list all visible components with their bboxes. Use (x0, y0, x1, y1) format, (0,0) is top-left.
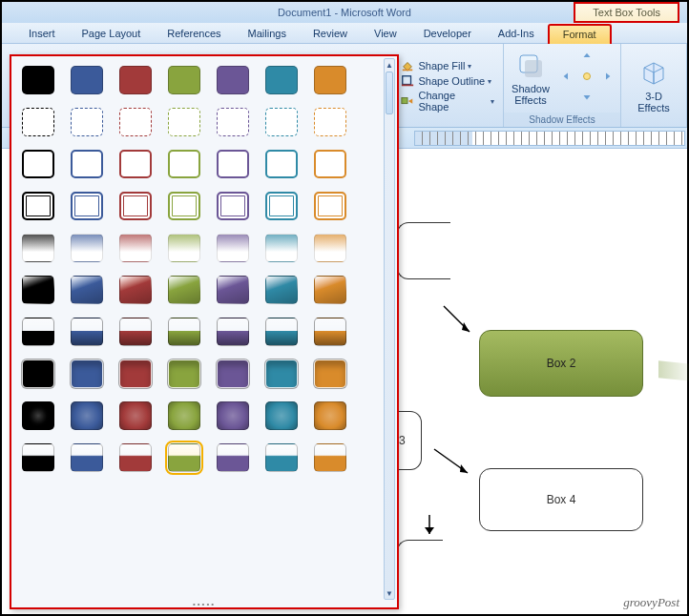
gallery-scrollbar[interactable]: ▲ ▼ (384, 58, 395, 600)
style-swatch[interactable] (71, 234, 103, 262)
style-swatch[interactable] (71, 443, 103, 472)
tab-addins[interactable]: Add-Ins (485, 25, 548, 43)
style-swatch[interactable] (168, 443, 200, 472)
style-swatch[interactable] (71, 192, 103, 220)
style-swatch[interactable] (119, 234, 152, 262)
style-swatch[interactable] (314, 359, 346, 388)
style-swatch[interactable] (265, 192, 298, 220)
style-swatch[interactable] (119, 150, 152, 178)
tab-format[interactable]: Format (548, 24, 612, 44)
style-swatch[interactable] (217, 318, 249, 346)
style-swatch[interactable] (22, 401, 54, 430)
style-swatch[interactable] (168, 234, 200, 262)
style-swatch[interactable] (217, 234, 249, 262)
style-swatch[interactable] (22, 108, 54, 136)
flowchart-box-partial-top[interactable] (397, 222, 450, 279)
style-swatch[interactable] (168, 192, 200, 220)
nudge-left-icon[interactable] (561, 70, 574, 83)
gallery-resize-handle[interactable]: ••••• (11, 601, 397, 607)
style-swatch[interactable] (217, 359, 249, 388)
style-swatch[interactable] (71, 66, 103, 94)
style-swatch[interactable] (22, 150, 54, 178)
style-swatch[interactable] (314, 318, 346, 346)
style-swatch[interactable] (265, 108, 298, 136)
style-swatch[interactable] (168, 276, 200, 304)
style-swatch[interactable] (314, 276, 346, 304)
shadow-effects-button[interactable]: Shadow Effects (504, 48, 557, 109)
style-swatch[interactable] (22, 359, 54, 388)
style-swatch[interactable] (22, 192, 54, 220)
flowchart-box-partial-bottom[interactable] (397, 540, 443, 587)
tab-page-layout[interactable]: Page Layout (69, 25, 155, 43)
shape-outline-button[interactable]: Shape Outline (398, 73, 497, 89)
tab-mailings[interactable]: Mailings (235, 25, 300, 43)
style-swatch[interactable] (168, 66, 200, 94)
style-swatch[interactable] (314, 443, 346, 472)
style-swatch[interactable] (119, 66, 152, 94)
tab-references[interactable]: References (154, 25, 234, 43)
style-swatch[interactable] (265, 66, 298, 94)
style-swatch[interactable] (22, 318, 54, 346)
scroll-up-icon[interactable]: ▲ (385, 59, 394, 71)
scroll-thumb[interactable] (386, 72, 393, 114)
style-swatch[interactable] (314, 108, 346, 136)
style-swatch[interactable] (217, 192, 249, 220)
style-swatch[interactable] (168, 108, 200, 136)
change-shape-button[interactable]: Change Shape (398, 89, 497, 113)
style-swatch[interactable] (217, 150, 249, 178)
flowchart-box-4[interactable]: Box 4 (479, 468, 643, 531)
style-swatch[interactable] (168, 150, 200, 178)
style-swatch[interactable] (168, 401, 200, 430)
tab-developer[interactable]: Developer (410, 25, 485, 43)
tab-view[interactable]: View (361, 25, 410, 43)
threed-effects-button[interactable]: 3-D Effects (627, 55, 680, 116)
style-swatch[interactable] (119, 108, 152, 136)
style-swatch[interactable] (119, 443, 152, 472)
style-swatch[interactable] (265, 234, 298, 262)
style-swatch[interactable] (265, 150, 298, 178)
style-swatch[interactable] (71, 108, 103, 136)
style-swatch[interactable] (71, 401, 103, 430)
style-swatch[interactable] (22, 443, 54, 472)
horizontal-ruler[interactable] (414, 131, 685, 146)
style-swatch[interactable] (119, 276, 152, 304)
style-swatch[interactable] (265, 443, 298, 472)
style-swatch[interactable] (119, 192, 152, 220)
tab-review[interactable]: Review (300, 25, 361, 43)
style-swatch[interactable] (314, 401, 346, 430)
style-swatch[interactable] (217, 443, 249, 472)
style-swatch[interactable] (314, 66, 346, 94)
style-swatch[interactable] (265, 359, 298, 388)
style-swatch[interactable] (119, 318, 152, 346)
nudge-up-icon[interactable] (580, 51, 594, 64)
nudge-down-icon[interactable] (580, 89, 594, 102)
style-swatch[interactable] (22, 66, 54, 94)
style-swatch[interactable] (71, 276, 103, 304)
flowchart-box-partial-3[interactable]: 3 (397, 411, 422, 470)
style-swatch[interactable] (22, 234, 54, 262)
nudge-right-icon[interactable] (599, 70, 613, 83)
style-swatch[interactable] (265, 318, 298, 346)
style-swatch[interactable] (119, 401, 152, 430)
style-swatch[interactable] (22, 276, 54, 304)
style-swatch[interactable] (217, 276, 249, 304)
style-swatch[interactable] (314, 150, 346, 178)
style-swatch[interactable] (217, 66, 249, 94)
style-swatch[interactable] (265, 276, 298, 304)
style-swatch[interactable] (168, 359, 200, 388)
style-swatch[interactable] (71, 359, 103, 388)
tab-insert[interactable]: Insert (15, 25, 69, 43)
shape-fill-button[interactable]: Shape Fill (398, 58, 497, 73)
style-swatch[interactable] (265, 401, 298, 430)
style-swatch[interactable] (314, 234, 346, 262)
contextual-tab-textbox-tools[interactable]: Text Box Tools (574, 2, 679, 23)
flowchart-box-2[interactable]: Box 2 (479, 330, 643, 397)
style-swatch[interactable] (119, 359, 152, 388)
style-swatch[interactable] (71, 150, 103, 178)
scroll-down-icon[interactable]: ▼ (385, 587, 394, 599)
style-swatch[interactable] (71, 318, 103, 346)
style-swatch[interactable] (217, 108, 249, 136)
shadow-toggle-icon[interactable] (580, 70, 594, 83)
style-swatch[interactable] (314, 192, 346, 220)
style-swatch[interactable] (168, 318, 200, 346)
